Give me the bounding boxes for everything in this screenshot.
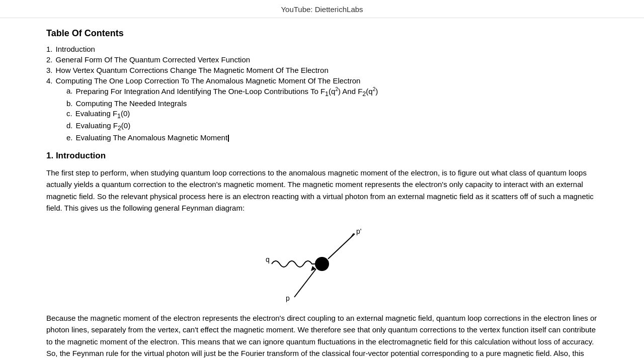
toc-item-1: 1. Introduction [46,45,598,53]
toc-subitem-d: d. Evaluating F2(0) [66,121,598,132]
toc-sublist: a. Preparing For Integration And Identif… [46,86,598,142]
toc-title: Table Of Contents [46,28,598,39]
channel-label: YouTube: DietterichLabs [281,5,363,14]
section-1-para2: Because the magnetic moment of the elect… [46,312,598,362]
toc-subitem-a: a. Preparing For Integration And Identif… [66,86,598,98]
toc-num-3: 3. [46,66,53,74]
toc-num-2: 2. [46,55,53,64]
toc-item-2: 2. General Form Of The Quantum Corrected… [46,55,598,64]
section-1-heading: 1. Introduction [46,151,598,161]
toc-subtext-d: Evaluating F2(0) [76,121,131,132]
toc-subitem-b: b. Computing The Needed Integrals [66,99,598,108]
toc-item-4: 4. Computing The One Loop Correction To … [46,76,598,142]
toc-letter-c: c. [66,109,72,120]
toc-text-3: How Vertex Quantum Corrections Change Th… [56,66,329,74]
toc-num-4: 4. [46,76,53,85]
toc-subtext-b: Computing The Needed Integrals [76,99,187,108]
electron-in-line [294,269,316,297]
text-cursor [228,135,229,142]
toc-num-1: 1. [46,45,53,53]
p-prime-label: p' [356,227,361,235]
vertex-dot [315,257,329,271]
toc-subitem-e: e. Evaluating The Anomalous Magnetic Mom… [66,133,598,142]
toc-subitem-c: c. Evaluating F1(0) [66,109,598,120]
toc-item-3: 3. How Vertex Quantum Corrections Change… [46,66,598,74]
top-bar: YouTube: DietterichLabs [0,0,644,18]
p-label: p [286,294,290,302]
toc-letter-e: e. [66,133,73,142]
toc-subtext-e: Evaluating The Anomalous Magnetic Moment [76,133,229,142]
toc-text-2: General Form Of The Quantum Corrected Ve… [56,55,251,64]
toc-letter-b: b. [66,99,73,108]
toc-letter-d: d. [66,121,73,132]
toc-letter-a: a. [66,86,73,98]
toc-subtext-c: Evaluating F1(0) [75,109,130,120]
feynman-diagram: q p' p [262,223,382,303]
toc-subtext-a: Preparing For Integration And Identifyin… [76,86,378,98]
section-1-para1: The first step to perform, when studying… [46,167,598,214]
electron-out-line [328,234,355,259]
toc-text-4: Computing The One Loop Correction To The… [56,76,361,85]
electron-out-arrow [350,233,355,238]
toc-list: 1. Introduction 2. General Form Of The Q… [46,45,598,142]
photon-line [272,261,318,267]
main-content: Table Of Contents 1. Introduction 2. Gen… [0,18,644,362]
feynman-diagram-container: q p' p [46,223,598,303]
toc-text-1: Introduction [56,45,95,53]
q-label: q [266,255,270,263]
